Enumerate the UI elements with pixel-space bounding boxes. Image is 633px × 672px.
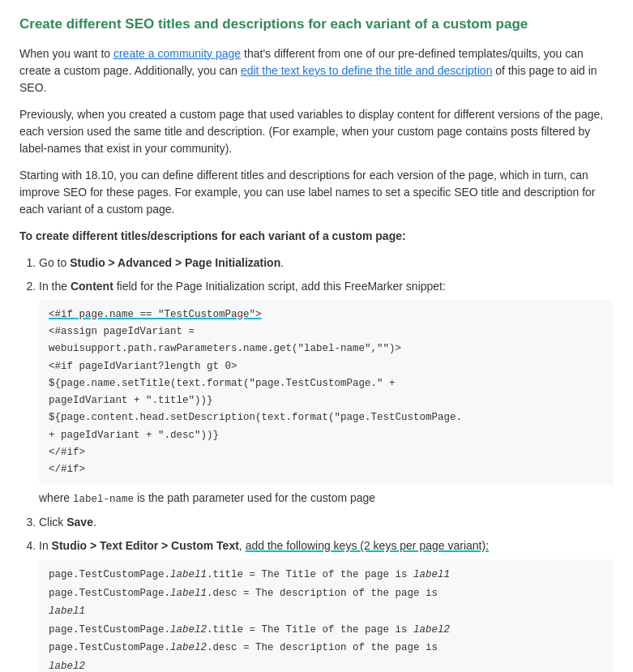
edit-text-keys-link[interactable]: edit the text keys to define the title a… [241, 64, 493, 77]
code-text-keys: page.TestCustomPage.label1.title = The T… [39, 559, 614, 672]
step-2-where: where label-name is the path parameter u… [39, 491, 375, 504]
step-1: Go to Studio > Advanced > Page Initializ… [39, 255, 614, 272]
step-4-text: In Studio > Text Editor > Custom Text, a… [39, 539, 489, 552]
step-2: In the Content field for the Page Initia… [39, 278, 614, 507]
intro-paragraph-3: Starting with 18.10, you can define diff… [19, 167, 614, 218]
step-3: Click Save. [39, 514, 614, 531]
intro-paragraph-2: Previously, when you created a custom pa… [19, 106, 614, 157]
step-2-text: In the Content field for the Page Initia… [39, 280, 446, 293]
step-4: In Studio > Text Editor > Custom Text, a… [39, 537, 614, 672]
step-1-text: Go to Studio > Advanced > Page Initializ… [39, 256, 284, 269]
steps-heading: To create different titles/descriptions … [19, 228, 614, 245]
page-title: Create different SEO titles and descript… [19, 15, 614, 34]
intro-text-1a: When you want to [19, 47, 113, 60]
steps-list: Go to Studio > Advanced > Page Initializ… [39, 255, 614, 672]
step-3-text: Click Save. [39, 516, 96, 529]
intro-paragraph-1: When you want to create a community page… [19, 45, 614, 96]
code-block-1: <#if page.name == "TestCustomPage"> <#as… [39, 300, 614, 486]
create-community-page-link[interactable]: create a community page [113, 47, 241, 60]
